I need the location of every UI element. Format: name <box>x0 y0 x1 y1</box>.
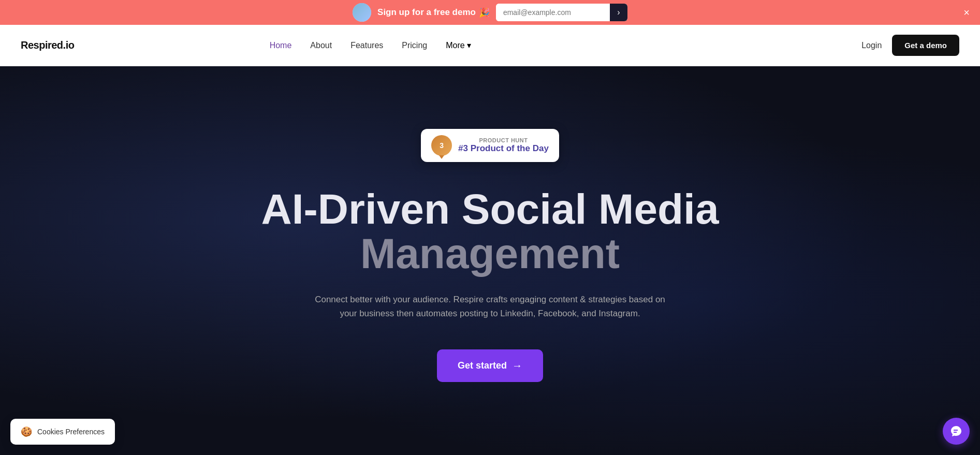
hero-cta-button[interactable]: Get started → <box>437 349 543 382</box>
banner-email-submit[interactable]: › <box>610 4 627 21</box>
navbar: Respired.io Home About Features Pricing … <box>0 25 980 66</box>
site-logo[interactable]: Respired.io <box>21 39 74 51</box>
nav-item-pricing[interactable]: Pricing <box>402 41 427 50</box>
nav-item-more[interactable]: More ▾ <box>446 40 471 50</box>
cookies-preferences-bar[interactable]: 🍪 Cookies Preferences <box>10 419 115 445</box>
banner-email-wrap: › <box>496 4 627 21</box>
hero-cta-label: Get started <box>458 360 507 371</box>
nav-right: Login Get a demo <box>861 35 959 56</box>
banner-signup-text: Sign up for a free demo <box>377 7 476 18</box>
chat-widget-button[interactable] <box>943 418 970 445</box>
login-button[interactable]: Login <box>861 41 882 50</box>
banner-close-button[interactable]: × <box>963 7 970 18</box>
hero-section: 3 PRODUCT HUNT #3 Product of the Day AI-… <box>0 66 980 455</box>
ph-badge-text: PRODUCT HUNT #3 Product of the Day <box>458 137 549 154</box>
nav-item-home[interactable]: Home <box>270 41 292 50</box>
nav-item-features[interactable]: Features <box>350 41 383 50</box>
banner-email-input[interactable] <box>496 4 610 21</box>
banner-text: Sign up for a free demo 🎉 <box>377 7 490 18</box>
chat-icon <box>950 425 962 437</box>
banner-avatar <box>353 3 371 22</box>
get-demo-button[interactable]: Get a demo <box>892 35 959 56</box>
nav-item-about[interactable]: About <box>310 41 332 50</box>
cookie-icon: 🍪 <box>21 426 32 437</box>
chevron-down-icon: ▾ <box>467 40 471 50</box>
hero-subtext: Connect better with your audience. Respi… <box>309 292 671 320</box>
top-banner: Sign up for a free demo 🎉 › × <box>0 0 980 25</box>
nav-more-label: More <box>446 41 464 50</box>
banner-emoji: 🎉 <box>479 7 490 18</box>
hero-heading-line1: AI-Driven Social Media <box>261 187 719 231</box>
ph-medal-icon: 3 <box>431 135 452 156</box>
main-nav: Home About Features Pricing More ▾ <box>270 40 471 50</box>
arrow-right-icon: → <box>512 360 522 372</box>
hero-heading: AI-Driven Social Media Management <box>261 187 719 276</box>
product-hunt-badge[interactable]: 3 PRODUCT HUNT #3 Product of the Day <box>421 129 559 162</box>
hero-heading-line2: Management <box>261 231 719 276</box>
ph-label: PRODUCT HUNT <box>458 137 549 143</box>
ph-title: #3 Product of the Day <box>458 143 549 154</box>
cookies-label: Cookies Preferences <box>37 428 105 436</box>
